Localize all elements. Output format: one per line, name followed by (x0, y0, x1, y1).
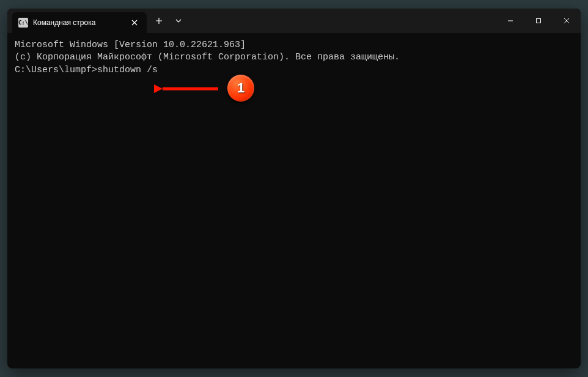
close-window-button[interactable] (553, 9, 581, 33)
tab-dropdown-button[interactable] (169, 11, 188, 31)
annotation-number: 1 (237, 80, 244, 96)
terminal-window: C:\ Командная строка (7, 9, 581, 368)
command-text: shutdown /s (97, 65, 158, 75)
annotation-arrow-icon (154, 81, 221, 96)
close-tab-button[interactable] (128, 17, 141, 29)
minimize-button[interactable] (496, 9, 524, 33)
tab-active[interactable]: C:\ Командная строка (12, 12, 147, 33)
window-controls (496, 9, 581, 33)
titlebar: C:\ Командная строка (7, 9, 581, 33)
new-tab-button[interactable] (149, 11, 169, 31)
tab-actions (149, 9, 188, 33)
output-line: Microsoft Windows [Version 10.0.22621.96… (15, 39, 573, 51)
svg-rect-0 (537, 19, 541, 23)
output-line: (c) Корпорация Майкрософт (Microsoft Cor… (15, 51, 573, 64)
terminal-content[interactable]: Microsoft Windows [Version 10.0.22621.96… (7, 33, 581, 83)
titlebar-drag-area[interactable] (188, 9, 496, 33)
cmd-icon: C:\ (18, 18, 28, 28)
prompt-line: C:\Users\lumpf>shutdown /s (15, 64, 573, 77)
tab-title: Командная строка (33, 18, 128, 27)
maximize-button[interactable] (524, 9, 553, 33)
prompt-prefix: C:\Users\lumpf> (15, 65, 97, 75)
